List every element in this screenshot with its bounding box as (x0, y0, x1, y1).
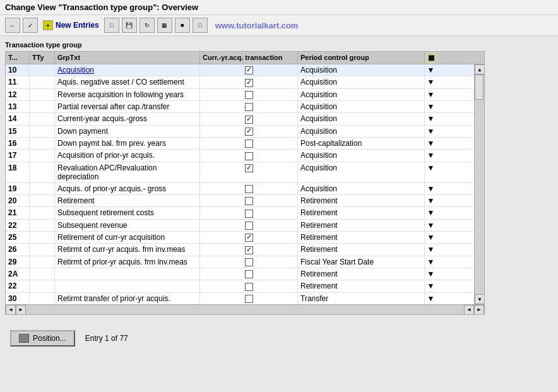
cell-checkbox[interactable] (200, 220, 298, 231)
cell-checkbox[interactable] (200, 256, 298, 268)
table-row[interactable]: 14Current-year acquis.-grossAcquisition▼ (6, 113, 474, 125)
toolbar-btn-refresh[interactable]: ↻ (140, 18, 155, 33)
table-row[interactable]: 2ARetirement▼ (6, 268, 474, 280)
cell-tt: 22 (6, 220, 30, 231)
table-row[interactable]: 22Subsequent revenueRetirement▼ (6, 220, 474, 232)
cell-dropdown-btn[interactable]: ▼ (424, 150, 437, 161)
checkbox[interactable] (245, 210, 253, 218)
cell-checkbox[interactable] (200, 280, 298, 292)
checkbox[interactable] (245, 116, 253, 124)
checkbox[interactable] (245, 197, 253, 205)
cell-dropdown-btn[interactable]: ▼ (424, 268, 437, 280)
cell-checkbox[interactable] (200, 293, 298, 304)
cell-checkbox[interactable] (200, 113, 298, 124)
hscroll-right-btn[interactable]: ► (16, 305, 26, 315)
cell-checkbox[interactable] (200, 232, 298, 243)
cell-dropdown-btn[interactable]: ▼ (424, 220, 437, 231)
cell-dropdown-btn[interactable]: ▼ (424, 244, 437, 255)
cell-dropdown-btn[interactable]: ▼ (424, 256, 437, 268)
col-header-icon[interactable]: ▦ (424, 52, 437, 64)
table-row[interactable]: 26Retirmt of curr-yr acquis. frm inv.mea… (6, 244, 474, 256)
checkbox[interactable] (245, 152, 253, 160)
checkbox[interactable] (245, 79, 253, 87)
position-button[interactable]: Position... (10, 330, 75, 347)
cell-dropdown-btn[interactable]: ▼ (424, 126, 437, 137)
scroll-up-btn[interactable]: ▲ (475, 64, 484, 74)
table-row[interactable]: 30Retirmt transfer of prior-yr acquis.Tr… (6, 293, 474, 304)
cell-checkbox[interactable] (200, 150, 298, 161)
cell-dropdown-btn[interactable]: ▼ (424, 162, 437, 182)
table-row[interactable]: 15Down paymentAcquisition▼ (6, 126, 474, 138)
scroll-thumb[interactable] (475, 74, 484, 100)
checkbox[interactable] (245, 185, 253, 193)
cell-dropdown-btn[interactable]: ▼ (424, 101, 437, 112)
table-row[interactable]: 22Retirement▼ (6, 280, 474, 292)
cell-dropdown-btn[interactable]: ▼ (424, 113, 437, 124)
cell-checkbox[interactable] (200, 268, 298, 280)
table-row[interactable]: 10AcquisitionAcquisition▼ (6, 64, 474, 76)
table-row[interactable]: 29Retirmt of prior-yr acquis. frm inv.me… (6, 256, 474, 268)
checkbox[interactable] (245, 234, 253, 242)
scrollbar-vertical[interactable]: ▲ ▼ (474, 64, 484, 304)
toolbar-btn-nav3[interactable]: □ (193, 18, 208, 33)
checkbox[interactable] (245, 270, 253, 278)
checkbox[interactable] (245, 140, 253, 148)
table-row[interactable]: 19Acquis. of prior-yr acquis.- grossAcqu… (6, 183, 474, 195)
checkbox[interactable] (245, 295, 253, 303)
checkbox[interactable] (245, 91, 253, 99)
hscroll-right-left-btn[interactable]: ◄ (464, 305, 474, 315)
cell-checkbox[interactable] (200, 138, 298, 149)
table-row[interactable]: 11Aquis. negative asset / CO settlementA… (6, 76, 474, 88)
table-row[interactable]: 20RetirementRetirement▼ (6, 195, 474, 207)
scroll-down-btn[interactable]: ▼ (475, 294, 484, 304)
table-row[interactable]: 18Revaluation APC/Revaluation depreciati… (6, 162, 474, 183)
checkbox[interactable] (245, 258, 253, 266)
cell-dropdown-btn[interactable]: ▼ (424, 232, 437, 243)
cell-dropdown-btn[interactable]: ▼ (424, 89, 437, 100)
cell-checkbox[interactable] (200, 244, 298, 255)
table-row[interactable]: 21Subsequent retirement costsRetirement▼ (6, 207, 474, 219)
hscroll-left-btn[interactable]: ◄ (6, 305, 16, 315)
checkbox[interactable] (245, 66, 253, 74)
checkbox[interactable] (245, 222, 253, 230)
new-entries-button[interactable]: + New Entries (40, 19, 102, 32)
toolbar-btn-nav2[interactable]: ■ (175, 18, 190, 33)
cell-dropdown-btn[interactable]: ▼ (424, 183, 437, 194)
toolbar-btn-nav1[interactable]: ▦ (157, 18, 172, 33)
toolbar-btn-back[interactable]: ← (5, 18, 20, 33)
checkbox[interactable] (245, 283, 253, 291)
cell-dropdown-btn[interactable]: ▼ (424, 76, 437, 88)
toolbar-btn-check[interactable]: ✓ (23, 18, 38, 33)
cell-checkbox[interactable] (200, 76, 298, 88)
checkbox[interactable] (245, 103, 253, 111)
cell-dropdown-btn[interactable]: ▼ (424, 138, 437, 149)
cell-dropdown-btn[interactable]: ▼ (424, 207, 437, 218)
table-row[interactable]: 25Retirement of curr-yr acquisitionRetir… (6, 232, 474, 244)
checkbox[interactable] (245, 128, 253, 136)
table-row[interactable]: 17Acquisition of prior-yr acquis.Acquisi… (6, 150, 474, 162)
cell-dropdown-btn[interactable]: ▼ (424, 293, 437, 304)
cell-dropdown-btn[interactable]: ▼ (424, 195, 437, 206)
cell-checkbox[interactable] (200, 162, 298, 182)
checkbox[interactable] (245, 164, 253, 172)
cell-dropdown-btn[interactable]: ▼ (424, 64, 437, 76)
hscroll-right-buttons: ◄ ► (464, 305, 484, 315)
table-row[interactable]: 13Partial reversal after cap./transferAc… (6, 101, 474, 113)
cell-checkbox[interactable] (200, 183, 298, 194)
cell-period: Fiscal Year Start Date (298, 256, 424, 268)
cell-checkbox[interactable] (200, 64, 298, 76)
table-row[interactable]: 12Reverse acquisition in following years… (6, 89, 474, 101)
cell-grptxt[interactable]: Acquisition (55, 64, 200, 76)
table-row[interactable]: 16Down paymt bal. frm prev. yearsPost-ca… (6, 138, 474, 150)
cell-checkbox[interactable] (200, 126, 298, 137)
cell-checkbox[interactable] (200, 101, 298, 112)
cell-dropdown-btn[interactable]: ▼ (424, 280, 437, 292)
cell-period: Retirement (298, 220, 424, 231)
cell-checkbox[interactable] (200, 195, 298, 206)
cell-checkbox[interactable] (200, 207, 298, 218)
toolbar-btn-save[interactable]: 💾 (122, 18, 137, 33)
hscroll-right-right-btn[interactable]: ► (474, 305, 484, 315)
checkbox[interactable] (245, 246, 253, 254)
cell-checkbox[interactable] (200, 89, 298, 100)
toolbar-btn-copy[interactable]: □ (104, 18, 119, 33)
